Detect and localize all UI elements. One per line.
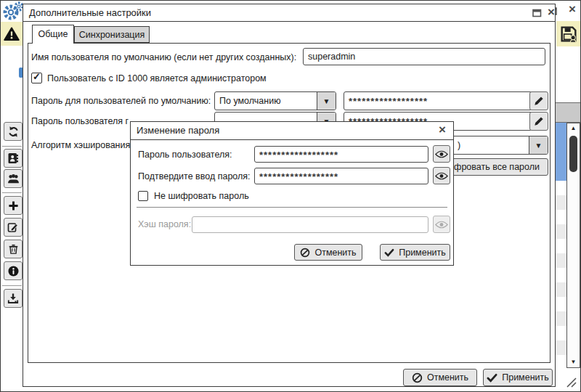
restore-icon xyxy=(532,9,542,17)
download-icon xyxy=(7,293,19,304)
cancel-icon xyxy=(412,372,423,383)
hash-algorithm-label: Алгоритм хэширования xyxy=(31,140,130,150)
cancel-button[interactable]: Отменить xyxy=(403,369,477,386)
export-button[interactable] xyxy=(4,289,23,308)
show-password-button[interactable] xyxy=(433,145,450,163)
change-password-dialog: Изменение пароля × Пароль пользователя: … xyxy=(130,121,454,266)
no-encrypt-checkbox[interactable] xyxy=(138,191,148,201)
chevron-down-icon[interactable]: ▼ xyxy=(529,136,548,154)
address-book-icon xyxy=(7,152,19,164)
password-input[interactable]: ****************** xyxy=(254,146,428,163)
user-password-label: Пароль пользователя г xyxy=(31,116,129,126)
apply-button[interactable]: Применить xyxy=(483,369,553,386)
confirm-password-input[interactable]: ****************** xyxy=(254,168,428,184)
default-password-input[interactable]: ****************** xyxy=(344,91,532,110)
password-dialog-title: Изменение пароля xyxy=(137,125,219,136)
tab-general[interactable]: Общие xyxy=(32,25,74,44)
address-book-button[interactable] xyxy=(4,149,23,168)
save-users-button[interactable] xyxy=(556,21,580,46)
add-button[interactable] xyxy=(4,196,23,215)
scroll-down-arrow[interactable]: ▼ xyxy=(567,357,580,367)
scroll-up-arrow[interactable]: ▲ xyxy=(567,123,580,134)
app-window: × xyxy=(0,0,581,392)
info-icon xyxy=(7,265,20,277)
resize-grip[interactable] xyxy=(560,372,577,388)
password-label: Пароль пользователя: xyxy=(138,150,232,160)
toolbar-separator xyxy=(2,192,22,193)
user-groups-button[interactable] xyxy=(4,169,23,188)
show-hash-button-disabled xyxy=(433,216,450,233)
apply-button[interactable]: Применить xyxy=(380,244,450,261)
eye-icon xyxy=(435,172,448,180)
edit-icon xyxy=(7,221,19,233)
no-encrypt-label: Не шифровать пароль xyxy=(154,191,249,201)
edit-button[interactable] xyxy=(4,218,23,237)
cancel-button[interactable]: Отменить xyxy=(294,244,362,261)
warning-button[interactable] xyxy=(1,22,23,46)
delete-button[interactable] xyxy=(4,240,23,258)
close-button[interactable]: × xyxy=(439,124,446,136)
username-input[interactable]: superadmin xyxy=(303,48,545,65)
button-label: Применить xyxy=(399,248,446,258)
scrollbar-thumb[interactable] xyxy=(569,136,577,172)
table-header-fragment xyxy=(553,102,581,123)
save-icon xyxy=(560,25,577,43)
divider xyxy=(137,207,447,208)
settings-titlebar[interactable]: Дополнительные настройки × xyxy=(23,4,555,22)
table-selected-row-fragment xyxy=(555,123,566,181)
password-hash-input xyxy=(192,216,428,233)
confirm-password-label: Подтвердите ввод пароля: xyxy=(138,171,251,181)
table-scrollbar[interactable]: ▲ ▼ xyxy=(566,123,580,368)
app-gear-icon xyxy=(2,1,24,22)
plus-icon xyxy=(8,200,19,211)
pencil-icon xyxy=(534,116,544,126)
edit-default-password-button[interactable] xyxy=(529,91,548,110)
check-icon xyxy=(487,373,497,383)
info-button[interactable] xyxy=(4,261,23,280)
chevron-down-icon[interactable]: ▼ xyxy=(317,92,336,110)
check-icon xyxy=(384,248,394,257)
toolbar-separator xyxy=(2,285,22,286)
password-hash-label: Хэш пароля: xyxy=(138,219,191,229)
button-label: Отменить xyxy=(427,372,468,383)
default-password-combo[interactable]: По умолчанию ▼ xyxy=(214,91,336,110)
password-dialog-titlebar[interactable]: Изменение пароля × xyxy=(131,122,453,140)
close-button[interactable]: × xyxy=(548,7,555,18)
button-label: Применить xyxy=(502,372,549,383)
check-icon: ✓ xyxy=(33,71,41,82)
cancel-icon xyxy=(300,248,310,258)
button-label: Отменить xyxy=(314,248,356,258)
settings-title: Дополнительные настройки xyxy=(29,7,151,18)
admin-checkbox[interactable]: ✓ xyxy=(31,73,42,83)
pencil-icon xyxy=(534,96,544,106)
eye-icon xyxy=(435,221,448,229)
eye-icon xyxy=(435,150,448,158)
username-label: Имя пользователя по умолчанию (если нет … xyxy=(31,52,296,62)
table-rows-fragment xyxy=(555,181,566,356)
default-password-label: Пароль для пользователей по умолчанию: xyxy=(31,96,211,106)
tab-synchronization[interactable]: Синхронизация xyxy=(74,26,150,43)
button-label: ифровать все пароли xyxy=(449,162,540,172)
warning-icon xyxy=(4,27,20,41)
combo-value: ) xyxy=(458,140,460,150)
admin-checkbox-label: Пользователь с ID 1000 является админист… xyxy=(47,73,267,83)
toolbar-separator xyxy=(2,146,22,147)
show-confirm-password-button[interactable] xyxy=(433,167,450,184)
maximize-button[interactable] xyxy=(532,9,542,17)
outer-close-button[interactable]: × xyxy=(569,4,576,15)
edit-user-password-button[interactable] xyxy=(529,112,548,131)
combo-value: По умолчанию xyxy=(219,96,281,106)
users-group-icon xyxy=(7,173,20,185)
refresh-button[interactable] xyxy=(4,122,23,141)
trash-icon xyxy=(8,243,19,255)
refresh-icon xyxy=(7,126,20,138)
